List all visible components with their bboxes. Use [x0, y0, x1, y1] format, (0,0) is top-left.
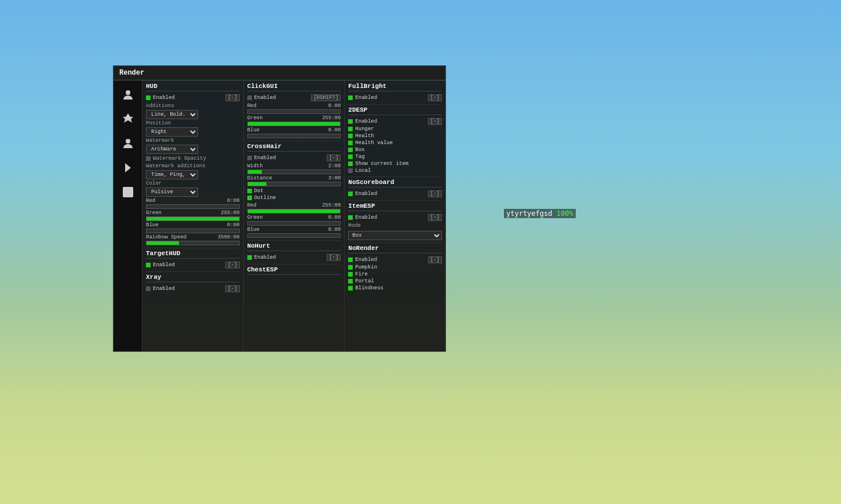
clickgui-enabled-label: Enabled — [254, 95, 276, 101]
hunger-checkbox[interactable] — [348, 127, 353, 131]
color-dropdown-row: Pulsive — [146, 187, 240, 197]
show-current-checkbox[interactable] — [348, 161, 353, 166]
targethud-enabled-label: Enabled — [153, 262, 175, 268]
dot-checkbox[interactable] — [247, 189, 252, 193]
noScoreboard-title: NoScoreboard — [348, 179, 442, 187]
nohurt-enabled-row: Enabled [-] — [247, 253, 341, 262]
clickgui-blue-container: Blue 0.00 — [247, 127, 341, 138]
local-checkbox[interactable] — [348, 168, 353, 173]
crosshair-green2-value: 0.00 — [328, 215, 341, 220]
crosshair-red-label: Red — [247, 203, 257, 208]
hud-enabled-key[interactable]: [-] — [225, 94, 239, 101]
col-hud: HUD Enabled [-] Additions Line, Bold... — [142, 80, 244, 351]
health-value-checkbox[interactable] — [348, 141, 353, 145]
mode-select[interactable]: Box Corners — [348, 231, 442, 240]
svg-point-1 — [126, 139, 130, 144]
box-checkbox[interactable] — [348, 148, 353, 152]
crosshair-blue2-slider[interactable] — [247, 233, 341, 238]
clickgui-red-container: Red 0.00 — [247, 103, 341, 114]
sidebar-icon-2[interactable] — [116, 108, 140, 131]
itemEsp-key[interactable]: [-] — [428, 214, 442, 221]
fullbright-key[interactable]: [-] — [428, 94, 442, 101]
width-container: Width 2:00 — [247, 163, 341, 174]
green-value: 255:00 — [221, 210, 239, 216]
portal-checkbox[interactable] — [348, 279, 353, 284]
xray-key[interactable]: [-] — [225, 285, 239, 292]
watermark-select[interactable]: ArchWare — [146, 145, 198, 154]
xray-title: Xray — [146, 274, 240, 282]
local-row: Local — [348, 167, 442, 174]
targethud-key[interactable]: [-] — [225, 262, 239, 268]
rainbow-speed-value: 3500:00 — [218, 234, 240, 240]
health-row: Health — [348, 133, 442, 139]
hunger-label: Hunger — [355, 126, 374, 132]
nametag-text: ytyrtyefgsd — [506, 209, 552, 218]
clickgui-red-slider[interactable] — [247, 109, 341, 114]
svg-point-0 — [126, 90, 130, 95]
rainbow-slider-container: Rainbow Speed 3500:00 — [146, 234, 240, 245]
health-checkbox[interactable] — [348, 134, 353, 138]
sidebar-icon-5[interactable] — [116, 181, 140, 204]
twoDesp-enabled-label: Enabled — [355, 119, 377, 124]
nohurt-key[interactable]: [-] — [327, 254, 341, 261]
noRender-key[interactable]: [-] — [428, 256, 442, 263]
crosshair-key[interactable]: [-] — [327, 154, 341, 161]
tag-checkbox[interactable] — [348, 154, 353, 159]
position-select[interactable]: Right — [146, 127, 198, 137]
sidebar-icon-3[interactable] — [116, 132, 140, 155]
outline-checkbox[interactable] — [247, 196, 252, 200]
crosshair-green2-slider[interactable] — [247, 221, 341, 226]
noScoreboard-indicator — [348, 192, 353, 196]
watermark-opacity-checkbox[interactable] — [146, 156, 151, 161]
dot-label: Dot — [254, 188, 264, 194]
clickgui-blue-slider[interactable] — [247, 134, 341, 138]
sidebar-icon-4[interactable] — [116, 156, 140, 179]
columns: HUD Enabled [-] Additions Line, Bold... — [142, 80, 445, 351]
hud-enabled-row: Enabled [-] — [146, 94, 240, 102]
xray-enabled-label: Enabled — [153, 286, 175, 292]
twoDesp-title: 2DESP — [348, 106, 442, 115]
xray-indicator — [146, 286, 151, 291]
watermark-additions-dropdown-row: Time, Ping, FPS... — [146, 170, 240, 179]
blindness-checkbox[interactable] — [348, 286, 353, 290]
fire-checkbox[interactable] — [348, 272, 353, 277]
watermark-additions-label: Watermark additions — [146, 163, 206, 169]
fire-row: Fire — [348, 271, 442, 278]
width-label: Width — [247, 163, 263, 169]
width-slider[interactable] — [247, 170, 341, 174]
noScoreboard-key[interactable]: [-] — [428, 190, 442, 197]
blue-slider[interactable] — [146, 229, 240, 233]
twoDesp-key[interactable]: [-] — [428, 118, 442, 125]
watermark-additions-select[interactable]: Time, Ping, FPS... — [146, 170, 198, 179]
mode-label-row: Mode — [348, 223, 442, 229]
blue-value: 0:00 — [227, 222, 240, 228]
red-slider-container: Red 0:00 — [146, 198, 240, 209]
pumpkin-checkbox[interactable] — [348, 265, 353, 270]
distance-slider[interactable] — [247, 182, 341, 186]
color-select[interactable]: Pulsive — [146, 187, 198, 197]
green-slider-container: Green 255:00 — [146, 210, 240, 221]
crosshair-title: CrossHair — [247, 143, 341, 152]
clickgui-green-slider[interactable] — [247, 122, 341, 126]
twoDesp-section: 2DESP Enabled [-] Hunger He — [348, 104, 442, 174]
local-label: Local — [355, 168, 371, 174]
fullbright-title: FullBright — [348, 83, 442, 91]
crosshair-blue2-value: 0.00 — [328, 227, 341, 233]
portal-row: Portal — [348, 278, 442, 285]
crosshair-red-slider[interactable] — [247, 209, 341, 214]
rainbow-slider-fill — [147, 241, 179, 245]
clickgui-key[interactable]: [RSHIFT] — [311, 94, 341, 101]
targethud-title: TargetHUD — [146, 250, 240, 259]
nohurt-title: NoHurt — [247, 242, 341, 251]
rainbow-slider[interactable] — [146, 241, 240, 245]
blue-label: Blue — [146, 222, 159, 228]
red-value: 0:00 — [227, 198, 240, 204]
additions-select[interactable]: Line, Bold... — [146, 110, 198, 119]
sidebar-icon-1[interactable] — [116, 83, 140, 106]
clickgui-blue-value: 0.00 — [328, 127, 341, 133]
color-label: Color — [146, 181, 178, 186]
health-value-row: Health value — [348, 139, 442, 146]
green-slider[interactable] — [146, 216, 240, 221]
panel-title: Render — [114, 66, 445, 80]
red-slider[interactable] — [146, 204, 240, 209]
